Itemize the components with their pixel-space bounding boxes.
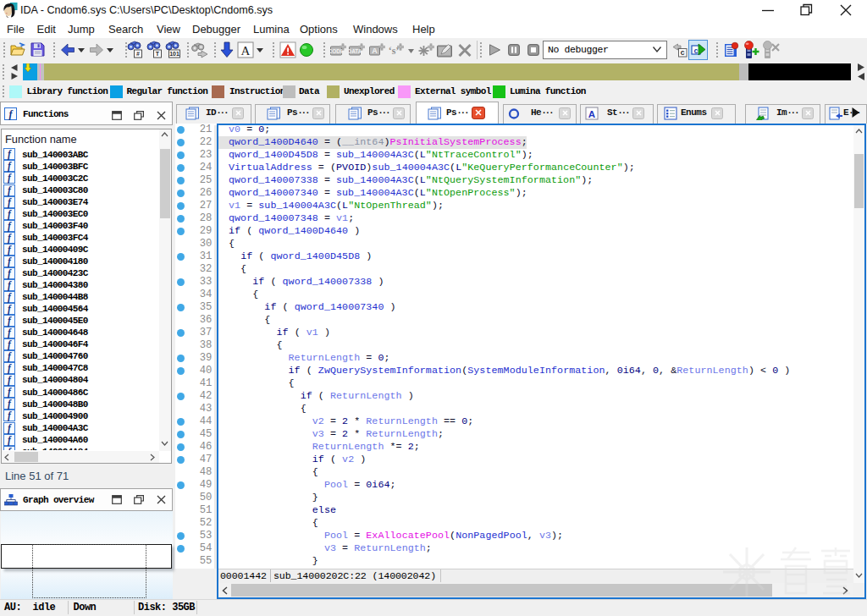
svg-text:c: c	[693, 47, 698, 56]
svg-text:101: 101	[169, 51, 179, 57]
svg-text:A: A	[372, 47, 378, 55]
svg-text:T: T	[156, 51, 160, 57]
svg-text:A: A	[241, 44, 251, 58]
svg-text:c: c	[680, 49, 684, 58]
svg-text:#: #	[136, 51, 140, 57]
svg-text:A: A	[588, 109, 595, 119]
svg-text:DATA: DATA	[349, 48, 362, 54]
